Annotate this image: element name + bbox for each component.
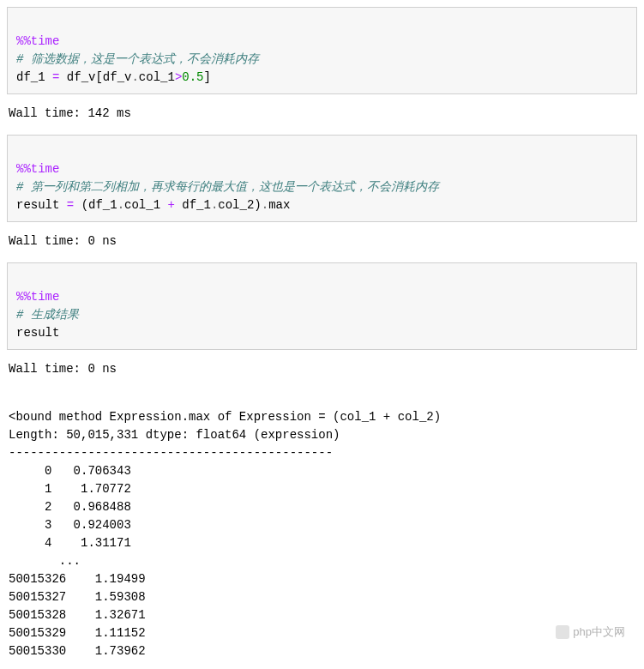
watermark: php中文网 <box>556 624 625 641</box>
table-row: 50015329 1.11152 <box>9 626 146 640</box>
code-comment: # 第一列和第二列相加，再求每行的最大值，这也是一个表达式，不会消耗内存 <box>16 180 439 194</box>
code-cell-2: %%time # 第一列和第二列相加，再求每行的最大值，这也是一个表达式，不会消… <box>7 135 637 222</box>
table-row: 0 0.706343 <box>9 464 131 478</box>
code-comment: # 生成结果 <box>16 308 79 322</box>
table-row: 50015327 1.59308 <box>9 590 146 604</box>
output-line: <bound method Expression.max of Expressi… <box>9 410 441 424</box>
output-dashes: ----------------------------------------… <box>9 446 333 460</box>
code-line: result = (df_1.col_1 + df_1.col_2).max <box>16 198 290 212</box>
code-cell-1: %%time # 筛选数据，这是一个表达式，不会消耗内存 df_1 = df_v… <box>7 7 637 94</box>
table-row: 50015326 1.19499 <box>9 572 146 586</box>
table-row: 4 1.31171 <box>9 536 131 550</box>
output-line: Length: 50,015,331 dtype: float64 (expre… <box>9 428 340 442</box>
wall-time-output: Wall time: 0 ns <box>7 357 637 390</box>
magic-directive: %%time <box>16 34 59 48</box>
code-comment: # 筛选数据，这是一个表达式，不会消耗内存 <box>16 52 259 66</box>
code-line: df_1 = df_v[df_v.col_1>0.5] <box>16 70 211 84</box>
code-line: result <box>16 326 59 340</box>
wall-time-output: Wall time: 0 ns <box>7 229 637 262</box>
wall-time-output: Wall time: 142 ms <box>7 101 637 135</box>
table-row: 2 0.968488 <box>9 500 131 514</box>
table-row: 50015330 1.73962 <box>9 644 146 658</box>
code-cell-3: %%time # 生成结果 result <box>7 262 637 350</box>
magic-directive: %%time <box>16 290 59 304</box>
magic-directive: %%time <box>16 162 59 176</box>
expression-output: <bound method Expression.max of Expressi… <box>7 390 637 669</box>
table-row: 50015328 1.32671 <box>9 608 146 622</box>
table-row: 1 1.70772 <box>9 482 131 496</box>
php-logo-icon <box>556 625 569 639</box>
table-ellipsis: ... <box>9 554 131 568</box>
table-row: 3 0.924003 <box>9 518 131 532</box>
